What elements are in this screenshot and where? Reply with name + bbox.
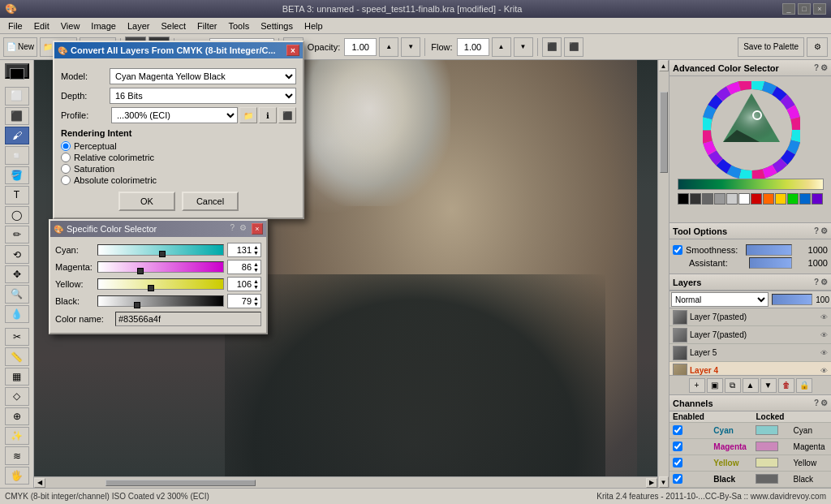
color-settings-button[interactable]: ⚙ <box>807 37 828 57</box>
yellow-increment-button[interactable]: ▲ <box>253 278 259 284</box>
channels-header[interactable]: Channels ? ⚙ <box>670 395 831 411</box>
layers-opacity-slider[interactable] <box>772 294 812 305</box>
yellow-slider-thumb[interactable] <box>148 285 154 291</box>
color-selector-settings-icon[interactable]: ⚙ <box>239 223 247 235</box>
swatch-silver[interactable] <box>726 193 738 205</box>
black-decrement-button[interactable]: ▼ <box>253 301 259 307</box>
panel-help-icon[interactable]: ? <box>814 63 819 72</box>
scroll-down-button[interactable]: ▼ <box>659 476 669 488</box>
swatch-blue[interactable] <box>799 193 811 205</box>
magenta-channel-slider[interactable] <box>97 261 224 273</box>
menu-filter[interactable]: Filter <box>192 20 222 32</box>
tool-select-rectangular[interactable]: ⬜ <box>5 87 29 105</box>
magenta-slider-thumb[interactable] <box>137 268 144 274</box>
tool-fill[interactable]: 🪣 <box>5 166 29 184</box>
layers-settings-icon[interactable]: ⚙ <box>820 278 828 286</box>
tool-assistant[interactable]: ⊕ <box>5 407 29 425</box>
smoothness-checkbox[interactable] <box>673 245 682 255</box>
smoothness-slider[interactable] <box>746 244 792 256</box>
color-selector-header[interactable]: Advanced Color Selector ? ⚙ <box>670 60 831 76</box>
tool-eraser[interactable]: ◽ <box>5 146 29 164</box>
cyan-decrement-button[interactable]: ▼ <box>253 250 259 256</box>
channel-black-checkbox[interactable] <box>673 474 682 484</box>
panel-settings-icon[interactable]: ⚙ <box>820 63 828 72</box>
mirror-v-button[interactable]: ⬛ <box>564 37 583 57</box>
channel-yellow-checkbox[interactable] <box>673 458 682 467</box>
h-scroll-thumb[interactable] <box>105 480 256 486</box>
color-name-input[interactable] <box>115 312 261 326</box>
tool-eyedropper[interactable]: 💧 <box>5 305 29 323</box>
swatch-purple[interactable] <box>812 193 823 205</box>
opacity-up[interactable]: ▲ <box>379 37 398 57</box>
layer-down-button[interactable]: ▼ <box>760 378 777 393</box>
channels-help-icon[interactable]: ? <box>814 398 819 407</box>
tool-options-help-icon[interactable]: ? <box>814 226 819 235</box>
layer-visibility-1[interactable]: 👁 <box>820 331 828 339</box>
tool-pan[interactable]: 🖐 <box>5 467 29 485</box>
flow-input[interactable] <box>457 38 489 56</box>
assistant-slider[interactable] <box>749 257 792 269</box>
profile-open-button[interactable]: 📁 <box>239 107 257 123</box>
layer-visibility-3[interactable]: 👁 <box>820 367 828 375</box>
profile-combo[interactable]: ...300% (ECI) <box>111 107 238 123</box>
tool-crop[interactable]: ✂ <box>5 328 29 346</box>
tool-measure[interactable]: 📏 <box>5 347 29 365</box>
swatch-yellow[interactable] <box>775 193 786 205</box>
close-button[interactable]: × <box>813 3 826 15</box>
radio-saturation-input[interactable] <box>61 164 71 174</box>
layer-visibility-2[interactable]: 👁 <box>820 349 828 357</box>
minimize-button[interactable]: _ <box>782 3 795 15</box>
mirror-h-button[interactable]: ⬛ <box>542 37 562 57</box>
magenta-increment-button[interactable]: ▲ <box>253 261 259 267</box>
vertical-scrollbar[interactable]: ▲ ▼ <box>657 60 669 488</box>
menu-view[interactable]: View <box>56 20 85 32</box>
scroll-up-button[interactable]: ▲ <box>659 60 669 71</box>
layer-item-2[interactable]: Layer 5 👁 <box>670 344 831 362</box>
channels-settings-icon[interactable]: ⚙ <box>820 398 828 407</box>
yellow-channel-slider[interactable] <box>97 278 224 290</box>
black-slider-thumb[interactable] <box>134 302 140 308</box>
layer-up-button[interactable]: ▲ <box>743 378 759 393</box>
scroll-left-button[interactable]: ◀ <box>34 478 45 488</box>
tool-smart-brush[interactable]: ✨ <box>5 427 29 445</box>
cyan-slider-thumb[interactable] <box>159 251 166 257</box>
layer-visibility-0[interactable]: 👁 <box>820 313 828 321</box>
scroll-right-button[interactable]: ▶ <box>646 478 657 488</box>
cyan-increment-button[interactable]: ▲ <box>253 244 259 250</box>
black-channel-slider[interactable] <box>97 295 224 307</box>
channel-cyan-checkbox[interactable] <box>673 425 682 435</box>
layers-help-icon[interactable]: ? <box>814 278 819 286</box>
menu-select[interactable]: Select <box>156 20 191 32</box>
yellow-decrement-button[interactable]: ▼ <box>253 284 259 290</box>
menu-file[interactable]: File <box>3 20 28 32</box>
model-combo[interactable]: Cyan Magenta Yellow Black <box>110 68 296 84</box>
color-selector-help-icon[interactable]: ? <box>230 223 235 235</box>
radio-perceptual-input[interactable] <box>61 141 71 151</box>
layer-group-button[interactable]: ▣ <box>707 378 723 393</box>
save-to-palette-button[interactable]: Save to Palette <box>738 37 804 57</box>
profile-screen-button[interactable]: ⬛ <box>278 107 296 123</box>
layers-header[interactable]: Layers ? ⚙ <box>670 274 831 291</box>
opacity-input[interactable] <box>344 38 377 56</box>
black-increment-button[interactable]: ▲ <box>253 295 259 301</box>
tool-vector[interactable]: ✏ <box>5 226 29 243</box>
menu-image[interactable]: Image <box>86 20 121 32</box>
tool-move[interactable]: ✥ <box>5 265 29 283</box>
cyan-channel-slider[interactable] <box>97 244 224 256</box>
ok-button[interactable]: OK <box>118 192 175 211</box>
menu-settings[interactable]: Settings <box>256 20 298 32</box>
opacity-down[interactable]: ▼ <box>401 37 420 57</box>
layer-delete-button[interactable]: 🗑 <box>778 378 794 393</box>
profile-info-button[interactable]: ℹ <box>259 107 277 123</box>
convert-dialog-close-button[interactable]: × <box>286 45 299 56</box>
tool-calligraphy[interactable]: ≋ <box>5 446 29 464</box>
tool-text[interactable]: T <box>5 186 29 204</box>
tool-options-settings-icon[interactable]: ⚙ <box>820 226 828 235</box>
tool-path[interactable]: ◇ <box>5 387 29 405</box>
swatch-red[interactable] <box>751 193 762 205</box>
flow-down[interactable]: ▼ <box>514 37 533 57</box>
swatch-black[interactable] <box>678 193 689 205</box>
tool-transform[interactable]: ⟲ <box>5 245 29 263</box>
depth-combo[interactable]: 16 Bits <box>110 88 296 104</box>
tool-zoom[interactable]: 🔍 <box>5 285 29 303</box>
